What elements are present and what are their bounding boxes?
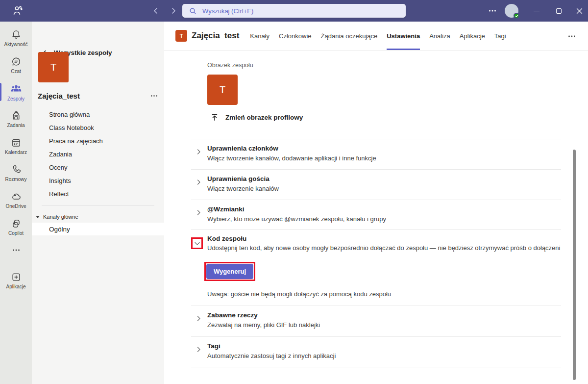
section-team-code: Kod zespołu Udostępnij ten kod, aby nowe… [191,229,561,306]
tab-pending-requests[interactable]: Żądania oczekujące [321,22,378,50]
plus-square-icon [11,272,22,282]
rail-item-calendar[interactable]: Kalendarz [0,132,32,159]
team-name: Zajęcia_test [38,92,80,100]
tab-settings[interactable]: Ustawienia [387,22,420,50]
chevron-right-icon [196,346,202,353]
section-member-permissions[interactable]: Uprawnienia członków Włącz tworzenie kan… [191,139,561,169]
section-fun-stuff[interactable]: Zabawne rzeczy Zezwalaj na memy, pliki G… [191,306,561,336]
close-button[interactable] [569,0,588,22]
backpack-icon [11,110,22,121]
rail-item-activity[interactable]: Aktywność [0,25,32,51]
section-subtitle: Włącz tworzenie kanałów, dodawanie aplik… [207,154,376,162]
channels-header[interactable]: Kanały główne [32,211,164,223]
team-initial: T [50,62,56,73]
generate-button-annotation: Wygeneruj [204,262,255,281]
vertical-scrollbar[interactable] [573,150,576,380]
tab-members[interactable]: Członkowie [279,22,311,50]
team-code-note: Uwaga: goście nie będą mogli dołączyć za… [207,290,391,298]
app-rail: Aktywność Czat Zespoły Zadania Kalendarz… [0,22,32,384]
team-header-avatar: T [175,30,187,42]
tab-analytics[interactable]: Analiza [429,22,450,50]
phone-icon [11,164,22,175]
rail-item-assignments[interactable]: Zadania [0,105,32,132]
section-subtitle: Włącz tworzenie kanałów [207,185,279,192]
change-picture-label: Zmień obrazek profilowy [225,114,303,121]
rail-item-teams[interactable]: Zespoły [0,78,32,105]
divider [42,205,154,206]
tab-channels[interactable]: Kanały [250,22,270,50]
change-picture-button[interactable]: Zmień obrazek profilowy [210,113,303,122]
rail-item-calls[interactable]: Rozmowy [0,159,32,186]
close-icon [576,7,583,15]
section-subtitle: Zezwalaj na memy, pliki GIF lub naklejki [207,321,320,329]
chevron-right-icon [196,315,202,322]
collapse-triangle-icon [36,216,40,218]
rail-item-label: Czat [11,69,21,74]
header-more-icon[interactable] [567,32,576,41]
bell-icon [11,29,22,40]
presence-available-icon [514,13,519,19]
rail-more-apps[interactable] [0,240,32,260]
channels-header-label: Kanały główne [43,214,78,220]
channel-item-general[interactable]: Ogólny [32,223,164,235]
rail-item-apps[interactable]: Aplikacje [0,267,32,294]
rail-item-label: Copilot [8,231,24,236]
chevron-right-icon [196,209,202,216]
rail-item-label: OneDrive [5,204,26,209]
section-guest-permissions[interactable]: Uprawnienia gościa Włącz tworzenie kanał… [191,169,561,200]
rail-item-chat[interactable]: Czat [0,51,32,78]
menu-item-class-notebook[interactable]: Class Notebook [32,121,164,134]
rail-item-label: Aplikacje [6,284,25,289]
rail-item-onedrive[interactable]: OneDrive [0,186,32,213]
search-placeholder: Wyszukaj (Ctrl+E) [202,7,253,15]
titlebar-more-icon[interactable] [488,6,497,15]
team-picture[interactable]: T [207,75,238,105]
team-code-collapse-annotation[interactable] [191,237,203,249]
menu-item-home[interactable]: Strona główna [32,108,164,121]
minimize-button[interactable] [527,0,546,22]
tab-apps[interactable]: Aplikacje [460,22,485,50]
search-bar[interactable]: Wyszukaj (Ctrl+E) [182,4,406,18]
chevron-right-icon [196,179,202,185]
people-icon [10,83,22,95]
titlebar: Wyszukaj (Ctrl+E) [0,0,588,22]
teams-logo-icon [12,5,24,17]
settings-sections: Uprawnienia członków Włącz tworzenie kan… [191,139,561,367]
ellipsis-icon [12,246,21,255]
section-title: Uprawnienia członków [207,145,278,152]
upload-arrow-icon [210,113,219,122]
team-picture-initial: T [220,84,225,96]
section-tags[interactable]: Tagi Automatycznie zastosuj tagi z innyc… [191,336,561,367]
team-sidebar: Wszystkie zespoły T Zajęcia_test Strona … [32,22,164,384]
menu-item-reflect[interactable]: Reflect [32,187,164,201]
rail-item-label: Zadania [7,123,24,128]
chat-icon [11,56,22,67]
section-title: Uprawnienia gościa [207,175,270,182]
tab-tags[interactable]: Tagi [494,22,506,50]
team-options-icon[interactable] [148,91,160,101]
tab-bar: Kanały Członkowie Żądania oczekujące Ust… [250,22,515,50]
menu-item-classwork[interactable]: Praca na zajęciach [32,134,164,148]
search-icon [189,7,196,15]
back-button[interactable] [150,5,162,17]
team-name-row: Zajęcia_test [38,91,160,101]
menu-item-assignments[interactable]: Zadania [32,148,164,161]
menu-item-insights[interactable]: Insights [32,174,164,187]
rail-item-copilot[interactable]: Copilot [0,213,32,240]
maximize-button[interactable] [549,0,568,22]
menu-item-grades[interactable]: Oceny [32,161,164,174]
divider [191,367,561,367]
generate-code-button[interactable]: Wygeneruj [206,264,253,279]
avatar[interactable] [505,4,518,18]
section-title: Tagi [207,342,220,350]
team-menu: Strona główna Class Notebook Praca na za… [32,108,164,235]
section-title: Zabawne rzeczy [207,311,258,319]
maximize-icon [556,8,562,14]
rail-item-label: Kalendarz [5,150,27,155]
forward-button[interactable] [168,5,179,17]
chevron-down-icon [194,240,200,247]
team-header: T Zajęcia_test Kanały Członkowie Żądania… [164,22,588,51]
rail-item-label: Zespoły [7,97,24,102]
team-header-initial: T [180,33,183,39]
section-mentions[interactable]: @Wzmianki Wybierz, kto może używać @wzmi… [191,200,561,229]
